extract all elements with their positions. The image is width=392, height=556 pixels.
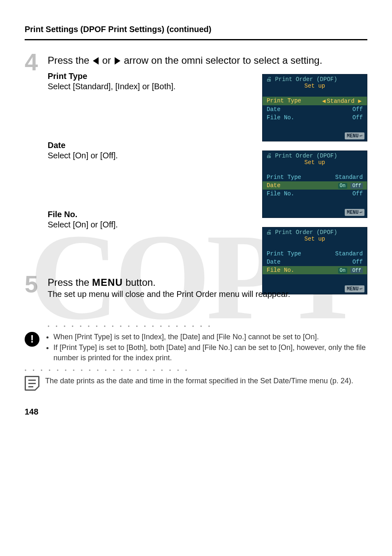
screenshot-print-type: 🖨 Print Order (DPOF) Set up Print Type ◀… — [262, 74, 367, 141]
step-5: 5 Press the MENU button. The set up menu… — [25, 275, 367, 299]
step-5-text: The set up menu will close and the Print… — [48, 290, 367, 299]
step-5-number: 5 — [25, 272, 48, 296]
step-4-number: 4 — [25, 50, 48, 74]
page-icon — [25, 376, 39, 391]
caution-icon: ! — [25, 332, 39, 347]
step-5-title: Press the MENU button. — [48, 276, 367, 289]
group-date-label: Date — [48, 141, 367, 150]
step-4-title: Press the or arrow on the omni selector … — [48, 54, 367, 67]
dots-separator: • • • • • • • • • • • • • • • • • • • • … — [48, 324, 367, 329]
note-info-text: The date prints as the date and time in … — [45, 376, 353, 386]
note-caution-2: If [Print Type] is set to [Both], both [… — [53, 343, 367, 363]
note-caution-1: When [Print Type] is set to [Index], the… — [53, 332, 367, 342]
section-header: Print Settings (DPOF Print Settings) (co… — [25, 25, 367, 40]
left-arrow-icon — [93, 57, 99, 65]
screenshot-row-selected: Print Type ◀Standard▶ — [263, 97, 367, 105]
page-number: 148 — [25, 407, 367, 417]
note-caution: ! When [Print Type] is set to [Index], t… — [25, 332, 367, 364]
note-info: The date prints as the date and time in … — [25, 376, 367, 391]
screenshot-row-selected: Date On Off — [263, 181, 367, 190]
screenshot-row-selected: File No. On Off — [263, 266, 367, 274]
step-4: 4 Press the or arrow on the omni selecto… — [25, 53, 367, 266]
screenshot-date: 🖨 Print Order (DPOF) Set up Print TypeSt… — [262, 151, 367, 218]
notes-area: • • • • • • • • • • • • • • • • • • • • … — [25, 324, 367, 391]
right-arrow-icon — [115, 57, 120, 65]
dots-separator: • • • • • • • • • • • • • • • • • • • • … — [25, 368, 367, 373]
